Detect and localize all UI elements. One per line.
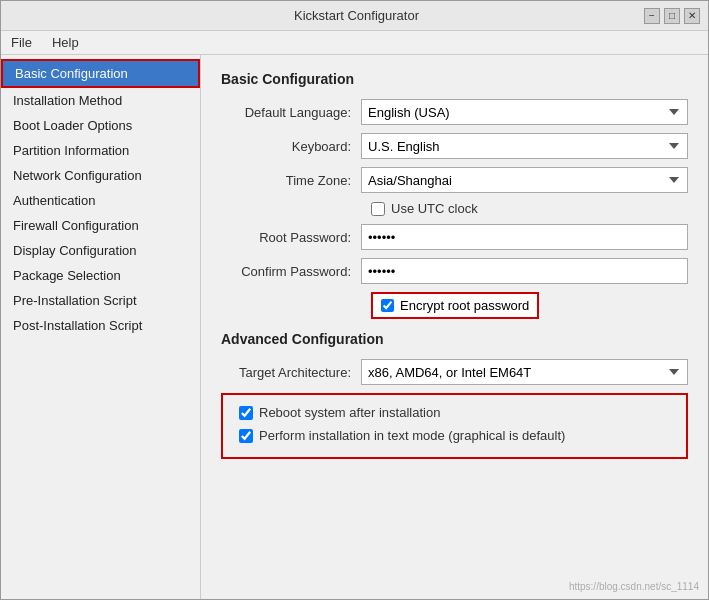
confirm-password-label: Confirm Password: (221, 264, 361, 279)
menubar: File Help (1, 31, 708, 55)
reboot-label[interactable]: Reboot system after installation (259, 405, 440, 420)
confirm-password-control (361, 258, 688, 284)
confirm-password-row: Confirm Password: (221, 258, 688, 284)
keyboard-row: Keyboard: U.S. English (221, 133, 688, 159)
window-controls: − □ ✕ (644, 8, 700, 24)
titlebar: Kickstart Configurator − □ ✕ (1, 1, 708, 31)
root-password-input[interactable] (361, 224, 688, 250)
sidebar-item-authentication[interactable]: Authentication (1, 188, 200, 213)
main-panel: Basic Configuration Default Language: En… (201, 55, 708, 599)
keyboard-label: Keyboard: (221, 139, 361, 154)
sidebar-item-firewall-configuration[interactable]: Firewall Configuration (1, 213, 200, 238)
keyboard-select[interactable]: U.S. English (361, 133, 688, 159)
timezone-label: Time Zone: (221, 173, 361, 188)
default-language-row: Default Language: English (USA) (221, 99, 688, 125)
encrypt-row: Encrypt root password (371, 292, 688, 319)
default-language-select[interactable]: English (USA) (361, 99, 688, 125)
root-password-label: Root Password: (221, 230, 361, 245)
text-mode-label[interactable]: Perform installation in text mode (graph… (259, 428, 565, 443)
section-title: Basic Configuration (221, 71, 688, 87)
watermark: https://blog.csdn.net/sc_1114 (569, 581, 699, 592)
encrypt-box: Encrypt root password (371, 292, 539, 319)
sidebar-item-post-installation-script[interactable]: Post-Installation Script (1, 313, 200, 338)
timezone-control: Asia/Shanghai (361, 167, 688, 193)
close-button[interactable]: ✕ (684, 8, 700, 24)
reboot-checkbox-row: Reboot system after installation (235, 403, 674, 422)
file-menu[interactable]: File (5, 33, 38, 52)
target-arch-select[interactable]: x86, AMD64, or Intel EM64T (361, 359, 688, 385)
sidebar-item-package-selection[interactable]: Package Selection (1, 263, 200, 288)
target-arch-row: Target Architecture: x86, AMD64, or Inte… (221, 359, 688, 385)
sidebar-item-display-configuration[interactable]: Display Configuration (1, 238, 200, 263)
confirm-password-input[interactable] (361, 258, 688, 284)
sidebar-item-network-configuration[interactable]: Network Configuration (1, 163, 200, 188)
content-area: Basic Configuration Installation Method … (1, 55, 708, 599)
default-language-control: English (USA) (361, 99, 688, 125)
maximize-button[interactable]: □ (664, 8, 680, 24)
utc-label[interactable]: Use UTC clock (391, 201, 478, 216)
timezone-select[interactable]: Asia/Shanghai (361, 167, 688, 193)
help-menu[interactable]: Help (46, 33, 85, 52)
text-mode-checkbox[interactable] (239, 429, 253, 443)
target-arch-label: Target Architecture: (221, 365, 361, 380)
advanced-checkboxes-box: Reboot system after installation Perform… (221, 393, 688, 459)
sidebar: Basic Configuration Installation Method … (1, 55, 201, 599)
keyboard-control: U.S. English (361, 133, 688, 159)
timezone-row: Time Zone: Asia/Shanghai (221, 167, 688, 193)
text-mode-checkbox-row: Perform installation in text mode (graph… (235, 426, 674, 445)
sidebar-item-installation-method[interactable]: Installation Method (1, 88, 200, 113)
advanced-section-title: Advanced Configuration (221, 331, 688, 347)
root-password-control (361, 224, 688, 250)
encrypt-label[interactable]: Encrypt root password (400, 298, 529, 313)
window-title: Kickstart Configurator (69, 8, 644, 23)
sidebar-item-basic-configuration[interactable]: Basic Configuration (1, 59, 200, 88)
reboot-checkbox[interactable] (239, 406, 253, 420)
app-window: Kickstart Configurator − □ ✕ File Help B… (0, 0, 709, 600)
utc-checkbox-row: Use UTC clock (371, 201, 688, 216)
sidebar-item-boot-loader-options[interactable]: Boot Loader Options (1, 113, 200, 138)
target-arch-control: x86, AMD64, or Intel EM64T (361, 359, 688, 385)
minimize-button[interactable]: − (644, 8, 660, 24)
sidebar-item-pre-installation-script[interactable]: Pre-Installation Script (1, 288, 200, 313)
utc-checkbox[interactable] (371, 202, 385, 216)
sidebar-item-partition-information[interactable]: Partition Information (1, 138, 200, 163)
root-password-row: Root Password: (221, 224, 688, 250)
default-language-label: Default Language: (221, 105, 361, 120)
encrypt-checkbox[interactable] (381, 299, 394, 312)
